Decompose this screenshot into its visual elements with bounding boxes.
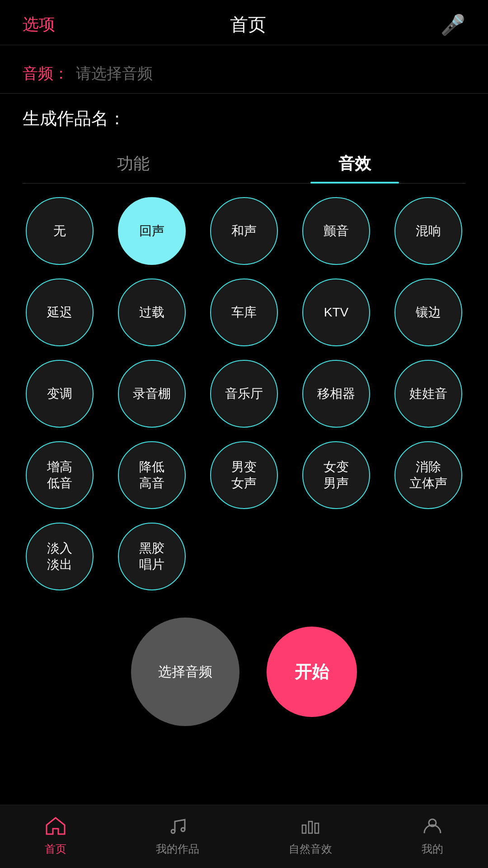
header: 选项 首页 🎤 [0, 0, 488, 45]
nav-natural-sfx[interactable]: 自然音效 [289, 817, 332, 856]
svg-rect-4 [315, 823, 319, 833]
mic-icon[interactable]: 🎤 [441, 13, 465, 37]
effect-btn-garage[interactable]: 车库 [210, 278, 278, 346]
effects-grid: 无回声和声颤音混响延迟过载车库KTV镶边变调录音棚音乐厅移相器娃娃音增高低音降低… [0, 184, 488, 604]
bars-icon [300, 817, 320, 838]
work-name-label: 生成作品名： [23, 109, 126, 128]
nav-mine[interactable]: 我的 [422, 817, 443, 856]
audio-placeholder[interactable]: 请选择音频 [76, 63, 153, 84]
select-audio-button[interactable]: 选择音频 [131, 618, 239, 726]
svg-rect-3 [309, 821, 312, 833]
tabs: 功能 音效 [23, 144, 465, 184]
effect-btn-reverb[interactable]: 混响 [394, 197, 462, 265]
music-note-icon [168, 817, 188, 838]
effect-btn-reduce_treble[interactable]: 降低高音 [118, 441, 186, 509]
svg-point-1 [181, 828, 185, 831]
effect-btn-female_to_male[interactable]: 女变男声 [302, 441, 370, 509]
home-icon [46, 817, 66, 838]
svg-rect-2 [302, 825, 306, 833]
effect-btn-delay[interactable]: 延迟 [26, 278, 94, 346]
start-button[interactable]: 开始 [267, 627, 357, 717]
nav-mine-label: 我的 [422, 842, 443, 856]
effect-btn-pitch[interactable]: 变调 [26, 360, 94, 428]
effect-btn-treble[interactable]: 颤音 [302, 197, 370, 265]
bottom-actions: 选择音频 开始 [0, 604, 488, 744]
nav-home[interactable]: 首页 [45, 817, 66, 856]
effect-btn-harmony[interactable]: 和声 [210, 197, 278, 265]
effect-btn-vinyl[interactable]: 黑胶唱片 [118, 523, 186, 590]
effect-btn-echo[interactable]: 回声 [118, 197, 186, 265]
effect-btn-studio[interactable]: 录音棚 [118, 360, 186, 428]
audio-section: 音频： 请选择音频 [0, 45, 488, 94]
effect-btn-phaser[interactable]: 移相器 [302, 360, 370, 428]
effect-btn-boost_bass[interactable]: 增高低音 [26, 441, 94, 509]
effect-btn-ktv[interactable]: KTV [302, 278, 370, 346]
effect-btn-chipmunk[interactable]: 娃娃音 [394, 360, 462, 428]
svg-point-0 [171, 830, 175, 833]
nav-natural-sfx-label: 自然音效 [289, 842, 332, 856]
effect-btn-remove_stereo[interactable]: 消除立体声 [394, 441, 462, 509]
effect-btn-overload[interactable]: 过载 [118, 278, 186, 346]
audio-label: 音频： [23, 63, 69, 84]
options-button[interactable]: 选项 [23, 14, 55, 36]
user-icon [422, 817, 442, 838]
nav-my-works[interactable]: 我的作品 [156, 817, 199, 856]
effect-btn-male_to_female[interactable]: 男变女声 [210, 441, 278, 509]
page-title: 首页 [230, 12, 266, 37]
work-name-section: 生成作品名： [0, 94, 488, 135]
nav-my-works-label: 我的作品 [156, 842, 199, 856]
effect-btn-trim[interactable]: 镶边 [394, 278, 462, 346]
effect-btn-fade[interactable]: 淡入淡出 [26, 523, 94, 590]
nav-home-label: 首页 [45, 842, 66, 856]
tab-function[interactable]: 功能 [23, 144, 244, 183]
effect-btn-none[interactable]: 无 [26, 197, 94, 265]
effect-btn-hall[interactable]: 音乐厅 [210, 360, 278, 428]
bottom-nav: 首页 我的作品 自然音效 我的 [0, 805, 488, 868]
tab-effects[interactable]: 音效 [244, 144, 465, 183]
